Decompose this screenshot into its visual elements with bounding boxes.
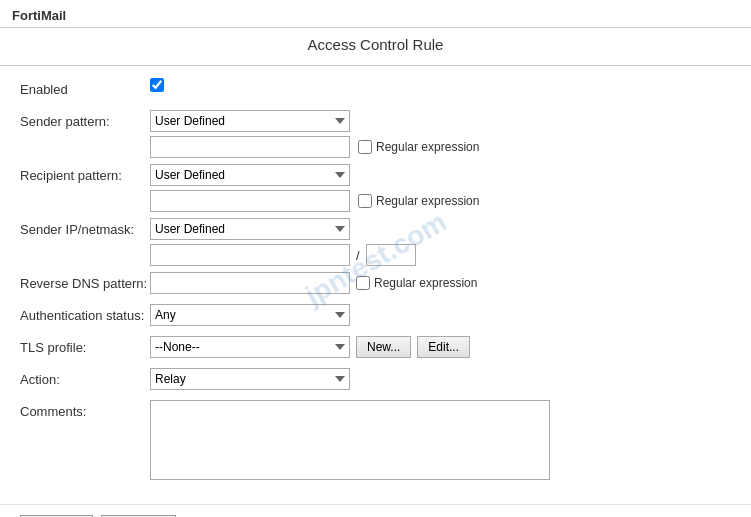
- sender-pattern-regex-label: Regular expression: [358, 140, 479, 154]
- reverse-dns-label: Reverse DNS pattern:: [20, 272, 150, 291]
- comments-row: Comments:: [20, 400, 731, 480]
- action-row: Action: Relay Safe Reject Discard: [20, 368, 731, 394]
- recipient-pattern-input[interactable]: *: [150, 190, 350, 212]
- recipient-pattern-regex-label: Regular expression: [358, 194, 479, 208]
- enabled-checkbox[interactable]: [150, 78, 164, 92]
- recipient-pattern-regex-checkbox[interactable]: [358, 194, 372, 208]
- page-title: Access Control Rule: [0, 28, 751, 66]
- tls-new-button[interactable]: New...: [356, 336, 411, 358]
- footer-buttons: Create Cancel: [0, 504, 751, 517]
- auth-status-row: Authentication status: Any Authenticated…: [20, 304, 731, 330]
- sender-pattern-label: Sender pattern:: [20, 110, 150, 129]
- tls-edit-button[interactable]: Edit...: [417, 336, 470, 358]
- auth-status-select[interactable]: Any Authenticated Not Authenticated: [150, 304, 350, 326]
- sender-ip-label: Sender IP/netmask:: [20, 218, 150, 237]
- comments-textarea[interactable]: [150, 400, 550, 480]
- sender-pattern-regex-checkbox[interactable]: [358, 140, 372, 154]
- slash-divider: /: [354, 248, 362, 263]
- reverse-dns-row: Reverse DNS pattern: * Regular expressio…: [20, 272, 731, 298]
- app-title: FortiMail: [0, 0, 751, 27]
- tls-profile-label: TLS profile:: [20, 336, 150, 355]
- sender-ip-input[interactable]: 10.0.1.100: [150, 244, 350, 266]
- comments-label: Comments:: [20, 400, 150, 419]
- sender-ip-select[interactable]: User Defined Any: [150, 218, 350, 240]
- reverse-dns-regex-label: Regular expression: [356, 276, 477, 290]
- sender-ip-row: Sender IP/netmask: User Defined Any 10.0…: [20, 218, 731, 266]
- sender-pattern-row: Sender pattern: User Defined Any *@examp…: [20, 110, 731, 158]
- sender-pattern-input[interactable]: *@example.com: [150, 136, 350, 158]
- enabled-label: Enabled: [20, 78, 150, 97]
- tls-profile-select[interactable]: --None--: [150, 336, 350, 358]
- reverse-dns-regex-checkbox[interactable]: [356, 276, 370, 290]
- tls-profile-row: TLS profile: --None-- New... Edit...: [20, 336, 731, 362]
- enabled-row: Enabled: [20, 78, 731, 104]
- auth-status-label: Authentication status:: [20, 304, 150, 323]
- recipient-pattern-label: Recipient pattern:: [20, 164, 150, 183]
- recipient-pattern-row: Recipient pattern: User Defined Any * Re…: [20, 164, 731, 212]
- sender-ip-mask-input[interactable]: 32: [366, 244, 416, 266]
- action-select[interactable]: Relay Safe Reject Discard: [150, 368, 350, 390]
- sender-pattern-select[interactable]: User Defined Any: [150, 110, 350, 132]
- recipient-pattern-select[interactable]: User Defined Any: [150, 164, 350, 186]
- action-label: Action:: [20, 368, 150, 387]
- reverse-dns-input[interactable]: *: [150, 272, 350, 294]
